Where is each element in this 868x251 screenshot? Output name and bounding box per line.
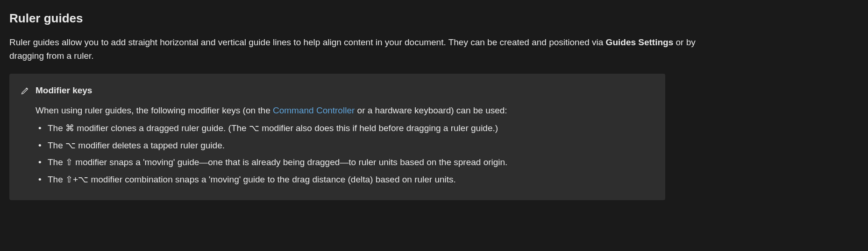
command-key-icon: ⌘ — [65, 123, 74, 133]
option-key-icon: ⌥ — [249, 123, 259, 133]
pencil-icon — [21, 86, 30, 95]
section-heading: Ruler guides — [9, 9, 859, 28]
item-text: + — [73, 174, 78, 184]
list-item: The ⇧+⌥ modifier combination snaps a 'mo… — [36, 173, 654, 187]
item-text: The — [48, 140, 65, 150]
modifier-list: The ⌘ modifier clones a dragged ruler gu… — [36, 122, 654, 186]
shift-key-icon: ⇧ — [65, 174, 73, 184]
shift-key-icon: ⇧ — [65, 157, 73, 167]
callout-lead-1: When using ruler guides, the following m… — [36, 105, 273, 115]
item-text: The — [48, 157, 65, 167]
callout-body: When using ruler guides, the following m… — [21, 104, 654, 187]
item-text: The — [48, 123, 65, 133]
item-text: modifier combination snaps a 'moving' gu… — [88, 174, 456, 184]
list-item: The ⇧ modifier snaps a 'moving' guide—on… — [36, 156, 654, 169]
option-key-icon: ⌥ — [78, 174, 88, 184]
list-item: The ⌘ modifier clones a dragged ruler gu… — [36, 122, 654, 135]
item-text: The — [48, 174, 65, 184]
option-key-icon: ⌥ — [65, 140, 76, 150]
item-text: modifier snaps a 'moving' guide—one that… — [73, 157, 507, 167]
callout-header: Modifier keys — [21, 84, 654, 98]
intro-paragraph: Ruler guides allow you to add straight h… — [9, 36, 724, 63]
command-controller-link[interactable]: Command Controller — [273, 105, 355, 115]
callout-lead-2: or a hardware keyboard) can be used: — [355, 105, 507, 115]
item-text: modifier clones a dragged ruler guide. (… — [74, 123, 249, 133]
intro-strong-1: Guides Settings — [606, 37, 674, 47]
item-text: modifier also does this if held before d… — [259, 123, 498, 133]
callout-title: Modifier keys — [36, 84, 92, 98]
intro-text-1: Ruler guides allow you to add straight h… — [9, 37, 606, 47]
item-text: modifier deletes a tapped ruler guide. — [76, 140, 225, 150]
callout-lead: When using ruler guides, the following m… — [36, 104, 654, 118]
modifier-keys-callout: Modifier keys When using ruler guides, t… — [9, 74, 665, 200]
list-item: The ⌥ modifier deletes a tapped ruler gu… — [36, 139, 654, 153]
